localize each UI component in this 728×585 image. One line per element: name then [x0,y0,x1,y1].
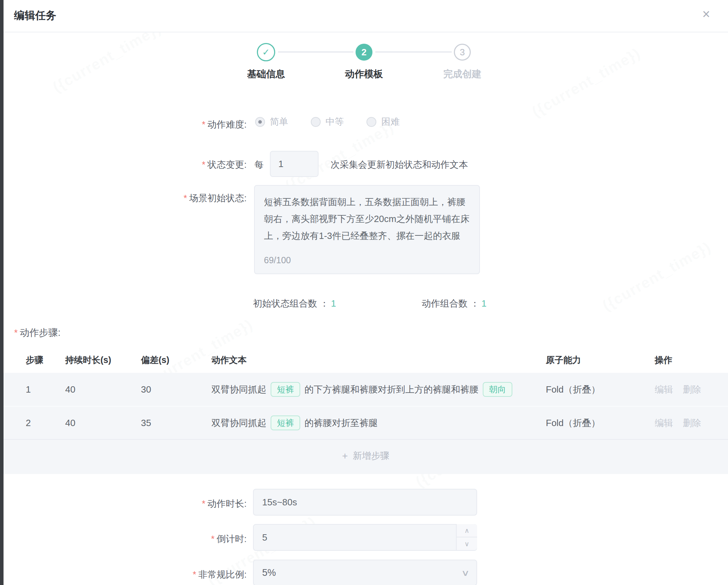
radio-medium-dot[interactable] [311,117,321,127]
unusual-ratio-value: 5% [262,567,276,578]
radio-medium[interactable]: 中等 [311,116,344,128]
edit-link[interactable]: 编辑 [655,384,673,395]
add-step-label: 新增步骤 [353,450,389,462]
cell-step: 2 [26,418,65,429]
cell-ability: Fold（折叠） [546,383,655,396]
step-3-circle: 3 [454,44,471,61]
dialog-header: 编辑任务 × [4,0,728,32]
object-tag: 短裤 [271,382,300,397]
required-mark: * [184,193,187,203]
table-row: 1 40 30 双臂协同抓起 短裤 的下方裤腿和裤腰对折到上方的裤腿和裤腰 朝向… [4,373,728,406]
char-counter: 69/100 [264,252,291,269]
cell-action-text: 双臂协同抓起 短裤 的下方裤腿和裤腰对折到上方的裤腿和裤腰 朝向 [211,382,546,397]
countdown-input-wrap: ∧ ∨ [253,524,477,551]
cell-operations: 编辑删除 [655,383,728,396]
initial-combo-value: 1 [331,298,336,309]
radio-medium-label: 中等 [326,116,344,128]
col-header-action-text: 动作文本 [211,354,546,366]
chevron-down-icon: ∨ [464,540,469,548]
step-label-basic-info: 基础信息 [217,68,315,80]
delete-link[interactable]: 删除 [683,384,701,395]
action-duration-input-wrap [253,489,477,516]
required-mark: * [211,534,215,544]
cell-operations: 编辑删除 [655,417,728,429]
steps-table-header: 步骤 持续时长(s) 偏差(s) 动作文本 原子能力 操作 [4,351,728,369]
edit-link[interactable]: 编辑 [655,418,673,428]
orientation-tag: 朝向 [483,382,512,397]
difficulty-radio-group: 简单 中等 困难 [255,116,400,128]
step-1-check-icon: ✓ [257,43,275,61]
step-connector [375,51,452,53]
unusual-ratio-label: *非常规比例: [4,568,247,581]
state-change-suffix: 次采集会更新初始状态和动作文本 [331,159,468,171]
edit-task-dialog: ({current_time}) ({current_time}) ({curr… [4,0,728,585]
stepper-increase-button[interactable]: ∧ [457,524,477,537]
countdown-label: *倒计时: [4,533,247,545]
dialog-title: 编辑任务 [14,8,56,23]
watermark-text: ({current_time}) [529,44,643,120]
object-tag: 短裤 [271,415,300,430]
plus-icon: + [342,450,348,462]
step-connector [278,51,353,53]
cell-ability: Fold（折叠） [546,417,655,429]
action-combo-value: 1 [481,298,486,309]
state-change-prefix: 每 [254,159,264,171]
watermark-text: ({current_time}) [599,238,714,314]
cell-step: 1 [26,384,65,395]
delete-link[interactable]: 删除 [683,418,701,428]
cell-deviation: 35 [141,418,211,429]
col-header-operations: 操作 [655,354,728,366]
state-change-input[interactable] [278,152,310,176]
add-step-button[interactable]: + 新增步骤 [4,439,728,472]
initial-state-textarea[interactable]: 短裤五条数据背面朝上，五条数据正面朝上，裤腰朝右，离头部视野下方至少20cm之外… [254,185,480,274]
cell-action-text: 双臂协同抓起 短裤 的裤腰对折至裤腿 [211,415,546,430]
radio-easy-dot[interactable] [255,117,265,127]
initial-state-text: 短裤五条数据背面朝上，五条数据正面朝上，裤腰朝右，离头部视野下方至少20cm之外… [264,197,470,241]
unusual-ratio-select[interactable]: 5% ∨ [253,560,477,585]
required-mark: * [202,119,205,130]
radio-easy-label: 简单 [270,116,288,128]
cell-duration: 40 [65,384,141,395]
step-label-action-template: 动作模板 [315,68,413,80]
difficulty-label: *动作难度: [4,118,247,131]
step-2-circle: 2 [356,44,372,61]
required-mark: * [202,159,205,170]
action-steps-section-label: *动作步骤: [14,326,61,339]
chevron-down-icon: ∨ [461,568,470,578]
col-header-deviation: 偏差(s) [141,354,211,366]
required-mark: * [202,498,205,509]
action-duration-input[interactable] [262,489,468,515]
stepper-decrease-button[interactable]: ∨ [457,537,477,550]
required-mark: * [14,327,18,338]
action-duration-label: *动作时长: [4,498,247,510]
chevron-up-icon: ∧ [464,526,469,535]
state-change-label: *状态变更: [4,159,247,171]
number-stepper: ∧ ∨ [456,524,477,551]
countdown-input[interactable] [262,525,468,550]
cell-deviation: 30 [141,384,211,395]
col-header-ability: 原子能力 [546,354,655,366]
required-mark: * [193,569,196,580]
step-label-finish: 完成创建 [413,68,512,80]
state-change-input-wrap [270,151,319,177]
initial-state-label: *场景初始状态: [4,192,247,204]
col-header-duration: 持续时长(s) [65,354,141,366]
radio-hard-dot[interactable] [366,117,376,127]
table-row: 2 40 35 双臂协同抓起 短裤 的裤腰对折至裤腿 Fold（折叠） 编辑删除 [4,406,728,439]
radio-easy[interactable]: 简单 [255,116,288,128]
initial-combo-count: 初始状态组合数 ：1 [253,297,336,310]
col-header-step: 步骤 [26,354,65,366]
action-combo-count: 动作组合数 ：1 [422,297,487,310]
close-icon[interactable]: × [696,4,716,24]
radio-hard[interactable]: 困难 [366,116,400,128]
radio-hard-label: 困难 [381,116,400,128]
steps-table-body: 1 40 30 双臂协同抓起 短裤 的下方裤腿和裤腰对折到上方的裤腿和裤腰 朝向… [4,373,728,474]
cell-duration: 40 [65,418,141,429]
